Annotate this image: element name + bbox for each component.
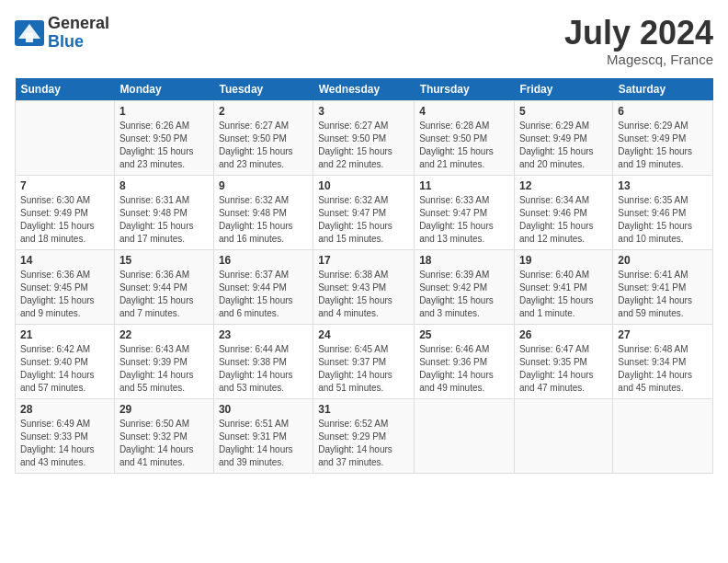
cell-info: Sunrise: 6:33 AMSunset: 9:47 PMDaylight:…: [419, 195, 494, 244]
day-number: 23: [219, 328, 308, 341]
cell-info: Sunrise: 6:27 AMSunset: 9:50 PMDaylight:…: [318, 121, 392, 169]
cell-info: Sunrise: 6:28 AMSunset: 9:50 PMDaylight:…: [419, 121, 494, 169]
calendar-cell: [16, 100, 115, 175]
calendar-week-5: 28Sunrise: 6:49 AMSunset: 9:33 PMDayligh…: [16, 398, 713, 473]
header-row: Sunday Monday Tuesday Wednesday Thursday…: [16, 78, 713, 101]
calendar-week-2: 7Sunrise: 6:30 AMSunset: 9:49 PMDaylight…: [16, 175, 713, 249]
cell-info: Sunrise: 6:26 AMSunset: 9:50 PMDaylight:…: [119, 121, 194, 169]
day-number: 11: [419, 179, 509, 192]
calendar-cell: 30Sunrise: 6:51 AMSunset: 9:31 PMDayligh…: [213, 398, 313, 473]
day-number: 22: [119, 328, 209, 341]
cell-info: Sunrise: 6:30 AMSunset: 9:49 PMDaylight:…: [20, 195, 95, 244]
day-number: 19: [519, 254, 608, 267]
day-number: 20: [618, 254, 708, 267]
day-number: 2: [219, 105, 308, 118]
col-sunday: Sunday: [16, 78, 115, 101]
calendar-cell: 2Sunrise: 6:27 AMSunset: 9:50 PMDaylight…: [213, 100, 313, 175]
calendar-cell: 19Sunrise: 6:40 AMSunset: 9:41 PMDayligh…: [514, 249, 612, 324]
cell-info: Sunrise: 6:27 AMSunset: 9:50 PMDaylight:…: [219, 121, 293, 169]
day-number: 18: [419, 254, 509, 267]
location: Magescq, France: [564, 52, 713, 67]
cell-info: Sunrise: 6:29 AMSunset: 9:49 PMDaylight:…: [519, 121, 594, 169]
cell-info: Sunrise: 6:29 AMSunset: 9:49 PMDaylight:…: [618, 121, 692, 169]
logo: General Blue: [15, 15, 109, 52]
calendar-cell: 8Sunrise: 6:31 AMSunset: 9:48 PMDaylight…: [114, 175, 213, 249]
cell-info: Sunrise: 6:37 AMSunset: 9:44 PMDaylight:…: [219, 270, 293, 318]
calendar-week-4: 21Sunrise: 6:42 AMSunset: 9:40 PMDayligh…: [16, 324, 713, 398]
day-number: 3: [318, 105, 409, 118]
cell-info: Sunrise: 6:48 AMSunset: 9:34 PMDaylight:…: [618, 344, 692, 393]
day-number: 31: [318, 403, 409, 416]
day-number: 10: [318, 179, 409, 192]
cell-info: Sunrise: 6:36 AMSunset: 9:44 PMDaylight:…: [119, 270, 194, 318]
calendar-cell: 5Sunrise: 6:29 AMSunset: 9:49 PMDaylight…: [514, 100, 612, 175]
calendar-cell: 4Sunrise: 6:28 AMSunset: 9:50 PMDaylight…: [415, 100, 515, 175]
day-number: 27: [618, 328, 708, 341]
day-number: 28: [20, 403, 109, 416]
col-friday: Friday: [514, 78, 612, 101]
calendar-cell: 6Sunrise: 6:29 AMSunset: 9:49 PMDaylight…: [613, 100, 713, 175]
day-number: 30: [219, 403, 308, 416]
cell-info: Sunrise: 6:36 AMSunset: 9:45 PMDaylight:…: [20, 270, 95, 318]
cell-info: Sunrise: 6:52 AMSunset: 9:29 PMDaylight:…: [318, 419, 392, 467]
cell-info: Sunrise: 6:38 AMSunset: 9:43 PMDaylight:…: [318, 270, 392, 318]
day-number: 1: [119, 105, 209, 118]
calendar-cell: 28Sunrise: 6:49 AMSunset: 9:33 PMDayligh…: [16, 398, 115, 473]
cell-info: Sunrise: 6:44 AMSunset: 9:38 PMDaylight:…: [219, 344, 293, 393]
logo-general: General: [48, 15, 109, 33]
day-number: 6: [618, 105, 708, 118]
calendar-cell: 9Sunrise: 6:32 AMSunset: 9:48 PMDaylight…: [213, 175, 313, 249]
day-number: 9: [219, 179, 308, 192]
calendar-cell: 26Sunrise: 6:47 AMSunset: 9:35 PMDayligh…: [514, 324, 612, 398]
calendar-cell: 25Sunrise: 6:46 AMSunset: 9:36 PMDayligh…: [415, 324, 515, 398]
cell-info: Sunrise: 6:47 AMSunset: 9:35 PMDaylight:…: [519, 344, 594, 393]
cell-info: Sunrise: 6:32 AMSunset: 9:47 PMDaylight:…: [318, 195, 392, 244]
calendar-cell: 14Sunrise: 6:36 AMSunset: 9:45 PMDayligh…: [16, 249, 115, 324]
calendar-cell: 31Sunrise: 6:52 AMSunset: 9:29 PMDayligh…: [313, 398, 415, 473]
cell-info: Sunrise: 6:35 AMSunset: 9:46 PMDaylight:…: [618, 195, 692, 244]
logo-text: General Blue: [48, 15, 109, 52]
calendar-cell: 20Sunrise: 6:41 AMSunset: 9:41 PMDayligh…: [613, 249, 713, 324]
day-number: 26: [519, 328, 608, 341]
cell-info: Sunrise: 6:31 AMSunset: 9:48 PMDaylight:…: [119, 195, 194, 244]
svg-rect-2: [26, 33, 33, 42]
calendar-container: General Blue July 2024 Magescq, France S…: [0, 0, 728, 481]
day-number: 7: [20, 179, 109, 192]
calendar-cell: 23Sunrise: 6:44 AMSunset: 9:38 PMDayligh…: [213, 324, 313, 398]
day-number: 14: [20, 254, 109, 267]
calendar-cell: 21Sunrise: 6:42 AMSunset: 9:40 PMDayligh…: [16, 324, 115, 398]
day-number: 21: [20, 328, 109, 341]
day-number: 24: [318, 328, 409, 341]
calendar-table: Sunday Monday Tuesday Wednesday Thursday…: [15, 78, 713, 474]
calendar-cell: 7Sunrise: 6:30 AMSunset: 9:49 PMDaylight…: [16, 175, 115, 249]
calendar-cell: 22Sunrise: 6:43 AMSunset: 9:39 PMDayligh…: [114, 324, 213, 398]
col-saturday: Saturday: [613, 78, 713, 101]
calendar-cell: 12Sunrise: 6:34 AMSunset: 9:46 PMDayligh…: [514, 175, 612, 249]
col-monday: Monday: [114, 78, 213, 101]
col-wednesday: Wednesday: [313, 78, 415, 101]
day-number: 25: [419, 328, 509, 341]
calendar-cell: 17Sunrise: 6:38 AMSunset: 9:43 PMDayligh…: [313, 249, 415, 324]
calendar-week-3: 14Sunrise: 6:36 AMSunset: 9:45 PMDayligh…: [16, 249, 713, 324]
title-block: July 2024 Magescq, France: [564, 15, 713, 67]
day-number: 16: [219, 254, 308, 267]
logo-blue: Blue: [48, 33, 109, 52]
day-number: 29: [119, 403, 209, 416]
day-number: 5: [519, 105, 608, 118]
calendar-cell: [514, 398, 612, 473]
calendar-cell: 18Sunrise: 6:39 AMSunset: 9:42 PMDayligh…: [415, 249, 515, 324]
cell-info: Sunrise: 6:51 AMSunset: 9:31 PMDaylight:…: [219, 419, 293, 467]
calendar-cell: [613, 398, 713, 473]
cell-info: Sunrise: 6:34 AMSunset: 9:46 PMDaylight:…: [519, 195, 594, 244]
cell-info: Sunrise: 6:39 AMSunset: 9:42 PMDaylight:…: [419, 270, 494, 318]
month-title: July 2024: [564, 15, 713, 52]
calendar-cell: 13Sunrise: 6:35 AMSunset: 9:46 PMDayligh…: [613, 175, 713, 249]
cell-info: Sunrise: 6:32 AMSunset: 9:48 PMDaylight:…: [219, 195, 293, 244]
logo-icon: [15, 20, 44, 46]
calendar-cell: 29Sunrise: 6:50 AMSunset: 9:32 PMDayligh…: [114, 398, 213, 473]
calendar-cell: 3Sunrise: 6:27 AMSunset: 9:50 PMDaylight…: [313, 100, 415, 175]
col-thursday: Thursday: [415, 78, 515, 101]
day-number: 15: [119, 254, 209, 267]
header: General Blue July 2024 Magescq, France: [15, 15, 713, 67]
cell-info: Sunrise: 6:45 AMSunset: 9:37 PMDaylight:…: [318, 344, 392, 393]
